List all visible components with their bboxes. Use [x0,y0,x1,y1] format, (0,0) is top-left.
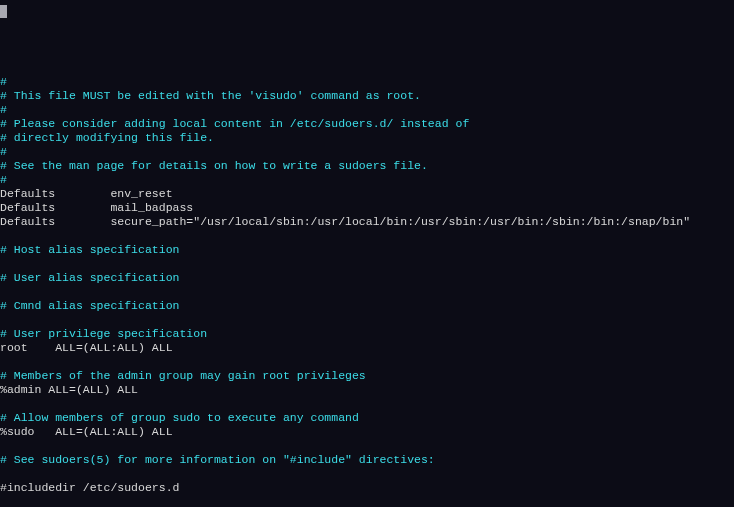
editor-line: # [0,75,734,89]
editor-line [0,439,734,453]
editor-line [0,355,734,369]
editor-content[interactable]: ## This file MUST be edited with the 'vi… [0,70,734,495]
comment-text: # [0,145,7,158]
editor-line [0,397,734,411]
comment-text: # See sudoers(5) for more information on… [0,453,435,466]
config-text: %sudo ALL=(ALL:ALL) ALL [0,425,173,438]
comment-text: # User alias specification [0,271,179,284]
comment-text: # [0,75,7,88]
config-text: Defaults env_reset [0,187,173,200]
editor-line: # Cmnd alias specification [0,299,734,313]
comment-text: # Please consider adding local content i… [0,117,469,130]
editor-line [0,313,734,327]
editor-line [0,285,734,299]
editor-line: # [0,173,734,187]
config-text: %admin ALL=(ALL) ALL [0,383,138,396]
editor-line: %admin ALL=(ALL) ALL [0,383,734,397]
editor-line: # This file MUST be edited with the 'vis… [0,89,734,103]
config-text: Defaults secure_path="/usr/local/sbin:/u… [0,215,690,228]
comment-text: # Cmnd alias specification [0,299,179,312]
comment-text: # [0,173,7,186]
comment-text: # Members of the admin group may gain ro… [0,369,366,382]
editor-line: # User privilege specification [0,327,734,341]
config-text: root ALL=(ALL:ALL) ALL [0,341,173,354]
editor-cursor [0,5,7,18]
editor-line: root ALL=(ALL:ALL) ALL [0,341,734,355]
editor-line: Defaults secure_path="/usr/local/sbin:/u… [0,215,734,229]
config-text: #includedir /etc/sudoers.d [0,481,179,494]
comment-text: # Allow members of group sudo to execute… [0,411,359,424]
config-text: Defaults mail_badpass [0,201,193,214]
comment-text: # directly modifying this file. [0,131,214,144]
editor-line: # [0,145,734,159]
editor-line: #includedir /etc/sudoers.d [0,481,734,495]
editor-line: # See the man page for details on how to… [0,159,734,173]
editor-line: # User alias specification [0,271,734,285]
editor-line: # Please consider adding local content i… [0,117,734,131]
editor-line: Defaults env_reset [0,187,734,201]
comment-text: # Host alias specification [0,243,179,256]
comment-text: # User privilege specification [0,327,207,340]
editor-line [0,229,734,243]
editor-line: # Allow members of group sudo to execute… [0,411,734,425]
comment-text: # See the man page for details on how to… [0,159,428,172]
comment-text: # [0,103,7,116]
editor-line: # [0,103,734,117]
editor-line [0,257,734,271]
editor-line: # Members of the admin group may gain ro… [0,369,734,383]
editor-line: %sudo ALL=(ALL:ALL) ALL [0,425,734,439]
editor-line: Defaults mail_badpass [0,201,734,215]
comment-text: # This file MUST be edited with the 'vis… [0,89,421,102]
editor-line: # Host alias specification [0,243,734,257]
editor-line: # See sudoers(5) for more information on… [0,453,734,467]
editor-line: # directly modifying this file. [0,131,734,145]
editor-line [0,467,734,481]
